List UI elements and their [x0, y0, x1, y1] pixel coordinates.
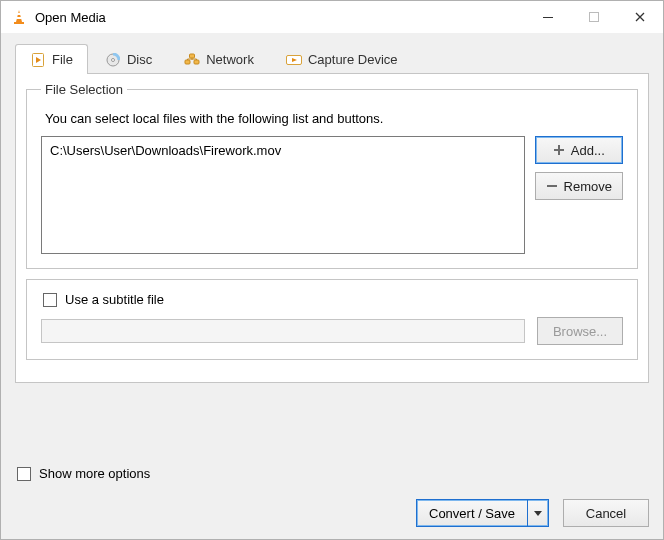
- svg-rect-3: [16, 17, 22, 19]
- maximize-button[interactable]: [571, 1, 617, 33]
- network-icon: [184, 52, 200, 68]
- svg-rect-5: [590, 13, 599, 22]
- file-list[interactable]: C:\Users\User\Downloads\Firework.mov: [41, 136, 525, 254]
- file-list-item[interactable]: C:\Users\User\Downloads\Firework.mov: [50, 143, 516, 158]
- subtitle-group: Use a subtitle file Browse...: [26, 279, 638, 360]
- convert-save-button[interactable]: Convert / Save: [417, 500, 528, 526]
- tab-disc[interactable]: Disc: [90, 44, 167, 74]
- svg-rect-12: [190, 54, 195, 58]
- disc-icon: [105, 52, 121, 68]
- tab-network[interactable]: Network: [169, 44, 269, 74]
- browse-button-label: Browse...: [553, 324, 607, 339]
- titlebar: Open Media: [1, 1, 663, 33]
- svg-rect-1: [14, 22, 24, 24]
- svg-point-9: [111, 58, 114, 61]
- tab-label: File: [52, 52, 73, 67]
- svg-marker-0: [16, 10, 22, 22]
- capture-device-icon: [286, 52, 302, 68]
- maximize-icon: [589, 12, 599, 22]
- browse-subtitle-button: Browse...: [537, 317, 623, 345]
- tab-panel-file: File Selection You can select local file…: [15, 73, 649, 383]
- convert-save-label: Convert / Save: [429, 506, 515, 521]
- remove-button-label: Remove: [564, 179, 612, 194]
- vlc-cone-icon: [11, 9, 27, 25]
- svg-rect-2: [17, 13, 21, 15]
- dialog-footer: Show more options Convert / Save Cancel: [15, 456, 649, 527]
- add-file-button[interactable]: Add...: [535, 136, 623, 164]
- dialog-content: File Disc Network Capture Device File Se…: [1, 33, 663, 539]
- svg-rect-11: [194, 60, 199, 64]
- subtitle-path-input: [41, 319, 525, 343]
- convert-save-dropdown[interactable]: [528, 500, 548, 526]
- add-button-label: Add...: [571, 143, 605, 158]
- svg-rect-10: [185, 60, 190, 64]
- svg-marker-18: [534, 511, 542, 516]
- cancel-button[interactable]: Cancel: [563, 499, 649, 527]
- convert-save-split-button: Convert / Save: [416, 499, 549, 527]
- tab-file[interactable]: File: [15, 44, 88, 74]
- tab-label: Capture Device: [308, 52, 398, 67]
- tab-bar: File Disc Network Capture Device: [15, 44, 649, 74]
- checkbox-icon: [17, 467, 31, 481]
- file-selection-group: File Selection You can select local file…: [26, 82, 638, 269]
- window-title: Open Media: [35, 10, 106, 25]
- close-icon: [635, 12, 645, 22]
- cancel-button-label: Cancel: [586, 506, 626, 521]
- file-play-icon: [30, 52, 46, 68]
- tab-capture-device[interactable]: Capture Device: [271, 44, 413, 74]
- use-subtitle-checkbox[interactable]: Use a subtitle file: [43, 292, 623, 307]
- file-selection-legend: File Selection: [41, 82, 127, 97]
- svg-rect-4: [543, 17, 553, 18]
- remove-file-button[interactable]: Remove: [535, 172, 623, 200]
- svg-rect-17: [547, 185, 557, 187]
- svg-rect-16: [554, 149, 564, 151]
- plus-icon: [553, 144, 565, 156]
- checkbox-icon: [43, 293, 57, 307]
- tab-label: Disc: [127, 52, 152, 67]
- minimize-button[interactable]: [525, 1, 571, 33]
- minimize-icon: [543, 12, 553, 22]
- use-subtitle-label: Use a subtitle file: [65, 292, 164, 307]
- file-selection-hint: You can select local files with the foll…: [45, 111, 623, 126]
- close-button[interactable]: [617, 1, 663, 33]
- chevron-down-icon: [534, 511, 542, 516]
- show-more-options-label: Show more options: [39, 466, 150, 481]
- minus-icon: [546, 180, 558, 192]
- tab-label: Network: [206, 52, 254, 67]
- show-more-options-checkbox[interactable]: Show more options: [17, 466, 649, 481]
